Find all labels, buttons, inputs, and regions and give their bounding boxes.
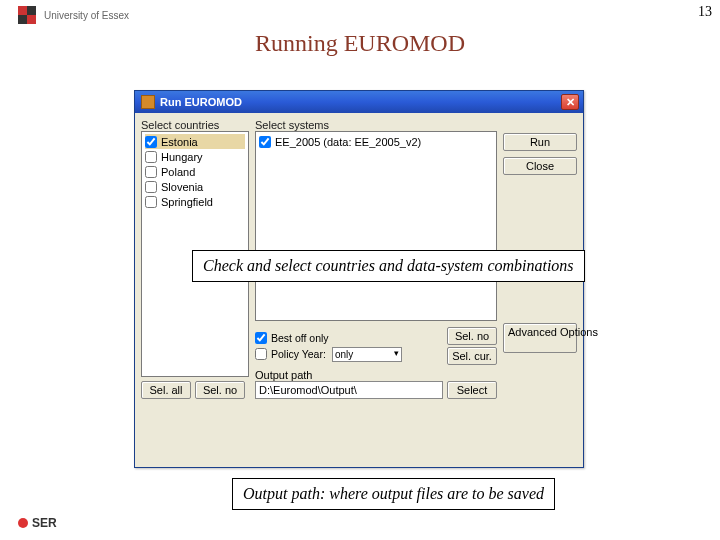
iser-text: SER [32, 516, 57, 530]
slide-title: Running EUROMOD [0, 30, 720, 57]
country-label: Springfield [161, 196, 213, 208]
iser-dot-icon [18, 518, 28, 528]
country-item[interactable]: Hungary [145, 149, 245, 164]
output-path-input[interactable] [255, 381, 443, 399]
select-countries-label: Select countries [141, 119, 249, 131]
country-checkbox[interactable] [145, 196, 157, 208]
systems-listbox[interactable]: EE_2005 (data: EE_2005_v2) [255, 131, 497, 321]
uoe-logo: University of Essex [18, 6, 129, 24]
page-number: 13 [698, 4, 712, 20]
window-title: Run EUROMOD [160, 96, 242, 108]
iser-logo: SER [18, 516, 57, 530]
system-item[interactable]: EE_2005 (data: EE_2005_v2) [259, 134, 493, 149]
policy-year-value: only [333, 349, 353, 360]
country-label: Hungary [161, 151, 203, 163]
system-checkbox[interactable] [259, 136, 271, 148]
window-body: Select countries Estonia Hungary Poland [135, 113, 583, 467]
select-systems-label: Select systems [255, 119, 497, 131]
systems-select-none-button[interactable]: Sel. no [447, 327, 497, 345]
uoe-logo-text: University of Essex [44, 10, 129, 21]
app-icon [141, 95, 155, 109]
country-label: Estonia [161, 136, 198, 148]
advanced-options-button[interactable]: Advanced Options [503, 323, 577, 353]
country-item[interactable]: Estonia [145, 134, 245, 149]
callout-countries-systems: Check and select countries and data-syst… [192, 250, 585, 282]
best-off-checkbox[interactable] [255, 332, 267, 344]
run-button[interactable]: Run [503, 133, 577, 151]
system-label: EE_2005 (data: EE_2005_v2) [275, 136, 421, 148]
best-off-label: Best off only [271, 332, 329, 344]
country-checkbox[interactable] [145, 181, 157, 193]
policy-year-label: Policy Year: [271, 348, 326, 360]
uoe-logo-icon [18, 6, 36, 24]
country-checkbox[interactable] [145, 151, 157, 163]
country-item[interactable]: Springfield [145, 194, 245, 209]
titlebar[interactable]: Run EUROMOD ✕ [135, 91, 583, 113]
output-select-button[interactable]: Select [447, 381, 497, 399]
country-checkbox[interactable] [145, 166, 157, 178]
output-path-label: Output path [255, 369, 497, 381]
close-icon[interactable]: ✕ [561, 94, 579, 110]
country-label: Poland [161, 166, 195, 178]
systems-select-current-button[interactable]: Sel. cur. [447, 347, 497, 365]
country-item[interactable]: Poland [145, 164, 245, 179]
country-item[interactable]: Slovenia [145, 179, 245, 194]
callout-output-path: Output path: where output files are to b… [232, 478, 555, 510]
countries-select-all-button[interactable]: Sel. all [141, 381, 191, 399]
policy-year-dropdown[interactable]: only [332, 347, 402, 362]
country-label: Slovenia [161, 181, 203, 193]
country-checkbox[interactable] [145, 136, 157, 148]
countries-select-none-button[interactable]: Sel. no [195, 381, 245, 399]
close-button[interactable]: Close [503, 157, 577, 175]
policy-year-checkbox[interactable] [255, 348, 267, 360]
